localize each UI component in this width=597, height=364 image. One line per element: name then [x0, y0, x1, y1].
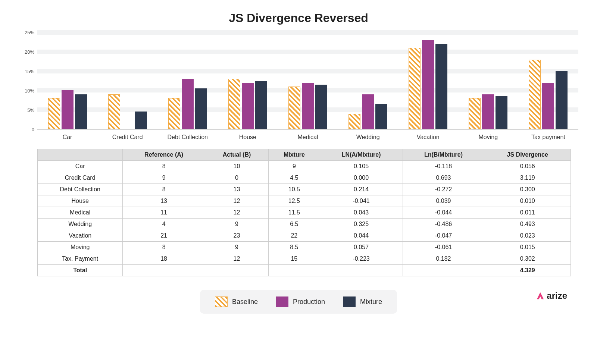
table-cell: 11.5	[269, 207, 320, 219]
table-cell	[269, 265, 320, 276]
bar-baseline	[48, 98, 60, 129]
table-cell: 4.329	[484, 265, 571, 276]
table-cell: 13	[205, 184, 268, 195]
table-header-cell: Actual (B)	[205, 149, 268, 161]
bar-baseline	[469, 98, 481, 129]
table-cell: -0.118	[403, 161, 484, 172]
table-cell: 9	[269, 161, 320, 172]
bar-mixture	[255, 81, 267, 129]
table-row: Car81090.105-0.1180.056	[38, 161, 571, 172]
bar-production	[482, 94, 494, 129]
table-cell: 0.057	[320, 242, 403, 253]
table-cell: 4.5	[269, 172, 320, 184]
table-cell: 8.5	[269, 242, 320, 253]
table-cell	[320, 265, 403, 276]
table-cell: 12	[205, 253, 268, 265]
bar-group	[338, 32, 398, 129]
bar-group	[458, 32, 518, 129]
table-cell: -0.272	[403, 184, 484, 195]
table-cell: Debt Collection	[38, 184, 123, 195]
table-cell: 0.000	[320, 172, 403, 184]
bar-mixture	[135, 112, 147, 129]
table-cell: 0.300	[484, 184, 571, 195]
table-cell: 0.023	[484, 230, 571, 242]
bar-baseline	[168, 98, 180, 129]
bar-baseline	[228, 79, 240, 129]
bar-baseline	[348, 114, 360, 129]
y-tick-label: 25%	[19, 30, 34, 35]
table-row: Moving898.50.057-0.0610.015	[38, 242, 571, 253]
bar-production	[362, 94, 374, 129]
bar-group	[398, 32, 458, 129]
bar-group	[97, 32, 157, 129]
table-cell: 0	[205, 172, 268, 184]
table-cell: 15	[269, 253, 320, 265]
bar-group	[157, 32, 218, 129]
table-cell: -0.061	[403, 242, 484, 253]
legend-swatch	[215, 296, 228, 307]
table-cell: House	[38, 195, 123, 207]
legend-item-production: Production	[276, 296, 325, 307]
table-cell: Credit Card	[38, 172, 123, 184]
x-axis-label: Vacation	[398, 129, 458, 144]
arize-logo-text: arize	[547, 291, 567, 301]
table-row: Debt Collection81310.50.214-0.2720.300	[38, 184, 571, 195]
x-axis-label: Tax payment	[518, 129, 578, 144]
table-cell: Moving	[38, 242, 123, 253]
bar-production	[422, 40, 434, 129]
table-header-cell: JS Divergence	[484, 149, 571, 161]
table-cell	[205, 265, 268, 276]
table-cell: Wedding	[38, 219, 123, 230]
table-cell: 0.182	[403, 253, 484, 265]
bar-group	[37, 32, 97, 129]
table-cell: -0.486	[403, 219, 484, 230]
y-tick-label: 20%	[19, 49, 34, 55]
bar-baseline	[409, 48, 421, 129]
table-cell: 0.105	[320, 161, 403, 172]
table-cell: 21	[123, 230, 205, 242]
y-tick-label: 0	[19, 127, 34, 132]
bar-baseline	[288, 87, 300, 129]
x-axis-label: House	[218, 129, 278, 144]
bar-mixture	[75, 94, 87, 129]
table-cell: 12	[205, 195, 268, 207]
table-cell: 0.011	[484, 207, 571, 219]
y-tick-label: 5%	[19, 107, 34, 113]
table-header-cell: Mixture	[269, 149, 320, 161]
table-cell: -0.223	[320, 253, 403, 265]
table-row: House131212.5-0.0410.0390.010	[38, 195, 571, 207]
table-header-cell: Ln(B/Mixture)	[403, 149, 484, 161]
bar-mixture	[435, 44, 447, 129]
x-axis-label: Credit Card	[97, 129, 157, 144]
table-row: Tax. Payment181215-0.2230.1820.302	[38, 253, 571, 265]
bar-production	[182, 79, 194, 129]
bar-mixture	[556, 71, 568, 129]
table-cell: 9	[205, 219, 268, 230]
table-cell: 0.056	[484, 161, 571, 172]
bar-production	[542, 83, 554, 129]
bar-production	[62, 90, 74, 129]
bar-production	[242, 83, 254, 129]
plot-area	[37, 32, 578, 129]
table-cell: Vacation	[38, 230, 123, 242]
arize-logo: arize	[536, 291, 567, 301]
table-cell: 13	[123, 195, 205, 207]
bar-production	[302, 83, 314, 129]
table-cell	[123, 265, 205, 276]
table-cell: -0.044	[403, 207, 484, 219]
table-cell: 0.493	[484, 219, 571, 230]
table-cell: 8	[123, 242, 205, 253]
table-cell: Medical	[38, 207, 123, 219]
legend-item-baseline: Baseline	[215, 296, 258, 307]
table-cell	[403, 265, 484, 276]
table-header-cell: Reference (A)	[123, 149, 205, 161]
x-axis-label: Moving	[458, 129, 518, 144]
bar-chart: 05%10%15%20%25% CarCredit CardDebt Colle…	[19, 32, 578, 144]
table-cell: 0.039	[403, 195, 484, 207]
table-cell: 9	[205, 242, 268, 253]
table-cell: 23	[205, 230, 268, 242]
arize-logo-icon	[536, 292, 544, 300]
table-cell: 0.302	[484, 253, 571, 265]
bar-group	[518, 32, 578, 129]
legend-label: Mixture	[360, 298, 382, 306]
